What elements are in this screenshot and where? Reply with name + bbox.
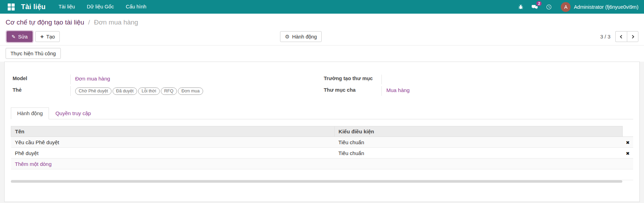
field-folder-field-row: Trường tạo thư mục [322, 75, 633, 86]
pager-next-button[interactable] [627, 31, 638, 42]
user-name: Administrator (fj6nyue0vi9m) [574, 4, 638, 10]
apps-grid-icon[interactable] [8, 4, 15, 10]
avatar: A [561, 2, 571, 12]
menu-cau-hinh[interactable]: Cấu hình [120, 0, 152, 14]
action-menu-button[interactable]: Hành động [280, 31, 322, 42]
app-name[interactable]: Tài liệu [21, 3, 46, 11]
cell-condition[interactable]: Tiêu chuẩn [335, 137, 622, 148]
create-button-label: Tạo [46, 34, 55, 40]
statusbar: Thực hiện Thủ công [0, 46, 644, 62]
edit-button[interactable]: Sửa [7, 31, 33, 42]
breadcrumb: Cơ chế tự động tạo tài liệu / Đơn mua hà… [0, 14, 644, 30]
breadcrumb-parent-link[interactable]: Cơ chế tự động tạo tài liệu [6, 19, 84, 26]
gear-icon [285, 34, 289, 40]
pager-counter: 3 / 3 [600, 34, 610, 40]
field-tags-row: Thẻ Chờ Phê duyệt Đã duyệt Lỗi thời RFQ … [11, 86, 322, 98]
action-button-label: Hành động [292, 34, 317, 40]
column-header-delete [622, 126, 633, 137]
field-model-row: Model Đơn mua hàng [11, 75, 322, 86]
form-right-column: Trường tạo thư mục Thư mục cha Mua hàng [322, 75, 633, 98]
field-model-label: Model [11, 75, 70, 81]
horizontal-scrollbar[interactable] [11, 180, 622, 183]
activities-clock-icon[interactable] [542, 0, 556, 14]
column-header-name[interactable]: Tên [11, 126, 335, 137]
empty-row [11, 169, 634, 180]
manual-execute-button[interactable]: Thực hiện Thủ công [6, 48, 61, 59]
top-navbar: Tài liệu Tài liệu Dữ liệu Gốc Cấu hình 2 [0, 0, 644, 14]
delete-x-icon [626, 150, 630, 156]
table-row[interactable]: Yêu cầu Phê duyệt Tiêu chuẩn [11, 137, 634, 148]
field-parent-folder-value-link[interactable]: Mua hàng [386, 87, 410, 93]
create-button[interactable]: Tạo [35, 31, 60, 42]
tab-quyen-truy-cap[interactable]: Quyền truy cập [49, 107, 97, 119]
add-line-link[interactable]: Thêm một dòng [15, 161, 52, 167]
tag-pill[interactable]: RFQ [161, 88, 177, 95]
delete-row-button[interactable] [622, 148, 633, 159]
chevron-right-icon [630, 34, 635, 39]
delete-x-icon [626, 139, 630, 145]
tag-pill[interactable]: Đã duyệt [113, 88, 137, 95]
field-folder-field-label: Trường tạo thư mục [322, 75, 381, 81]
tag-pill[interactable]: Đơn mua [178, 88, 203, 95]
column-header-condition[interactable]: Kiểu điều kiện [335, 126, 622, 137]
breadcrumb-current: Đơn mua hàng [94, 19, 138, 26]
form-left-column: Model Đơn mua hàng Thẻ Chờ Phê duyệt Đã … [11, 75, 322, 98]
tab-hanh-dong[interactable]: Hành động [11, 107, 49, 119]
pencil-icon [12, 34, 16, 40]
debug-bug-icon[interactable] [514, 0, 528, 14]
content-area: Model Đơn mua hàng Thẻ Chờ Phê duyệt Đã … [0, 62, 644, 202]
field-tags-label: Thẻ [11, 86, 70, 93]
plus-icon [40, 34, 44, 40]
notebook-tabs: Hành động Quyền truy cập [11, 107, 633, 119]
add-line-row: Thêm một dòng [11, 159, 634, 169]
cell-condition[interactable]: Tiêu chuẩn [335, 148, 622, 159]
systray: 2 A Administrator (fj6nyue0vi9m) [514, 0, 638, 14]
table-row[interactable]: Phê duyệt Tiêu chuẩn [11, 148, 634, 159]
message-count-badge: 2 [536, 1, 542, 6]
menu-tai-lieu[interactable]: Tài liệu [53, 0, 81, 14]
field-model-value-link[interactable]: Đơn mua hàng [75, 76, 110, 82]
tag-list: Chờ Phê duyệt Đã duyệt Lỗi thời RFQ Đơn … [75, 87, 322, 95]
form-fields: Model Đơn mua hàng Thẻ Chờ Phê duyệt Đã … [11, 75, 633, 98]
messages-chat-icon[interactable]: 2 [528, 0, 542, 14]
user-menu[interactable]: A Administrator (fj6nyue0vi9m) [561, 2, 638, 12]
control-panel: Sửa Tạo Hành động 3 / 3 [0, 30, 644, 46]
chevron-left-icon [619, 34, 624, 39]
tag-pill[interactable]: Chờ Phê duyệt [75, 88, 112, 95]
field-parent-folder-row: Thư mục cha Mua hàng [322, 86, 633, 98]
tag-pill[interactable]: Lỗi thời [138, 88, 160, 95]
actions-list: Tên Kiểu điều kiện Yêu cầu Phê duyệt Tiê… [11, 126, 633, 180]
pager [615, 31, 638, 42]
field-folder-field-value[interactable] [381, 75, 633, 84]
breadcrumb-separator: / [88, 19, 90, 26]
edit-button-label: Sửa [18, 34, 28, 40]
cell-name[interactable]: Phê duyệt [11, 148, 335, 159]
delete-row-button[interactable] [622, 137, 633, 148]
main-menu: Tài liệu Dữ liệu Gốc Cấu hình [53, 0, 152, 14]
menu-du-lieu-goc[interactable]: Dữ liệu Gốc [81, 0, 120, 14]
field-parent-folder-label: Thư mục cha [322, 86, 381, 93]
form-sheet: Model Đơn mua hàng Thẻ Chờ Phê duyệt Đã … [4, 62, 640, 202]
cell-name[interactable]: Yêu cầu Phê duyệt [11, 137, 335, 148]
list-header-row: Tên Kiểu điều kiện [11, 126, 634, 137]
pager-previous-button[interactable] [615, 31, 627, 42]
